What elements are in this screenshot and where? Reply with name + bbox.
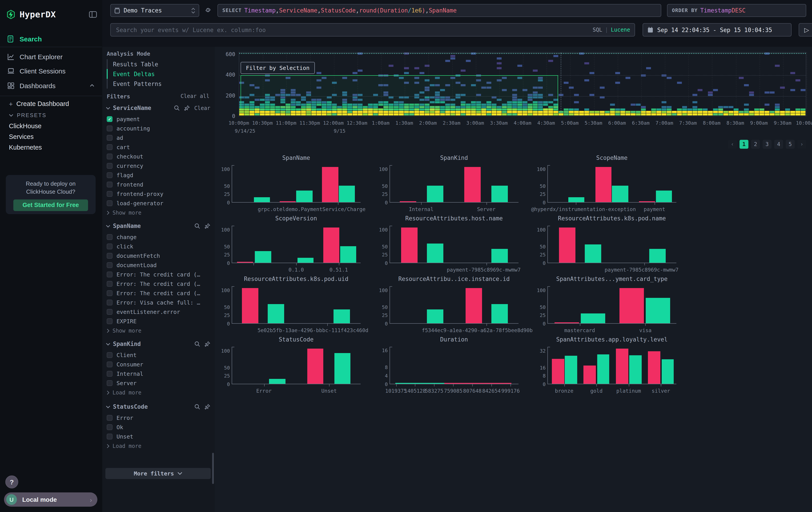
checkbox[interactable] [107, 361, 113, 367]
filter-option-documentfetch[interactable]: documentFetch [107, 251, 212, 261]
filter-option-client[interactable]: Client [107, 350, 212, 360]
checkbox[interactable] [107, 371, 113, 377]
filter-group-header-spankind[interactable]: SpanKind [106, 341, 210, 347]
filters-scrollbar[interactable] [212, 453, 214, 484]
pagination-prev[interactable]: ‹ [728, 140, 737, 149]
analysis-mode-event-patterns[interactable]: Event Patterns [107, 79, 209, 89]
checkbox[interactable] [107, 200, 113, 206]
filter-group-header-servicename[interactable]: ServiceNameClear [106, 105, 210, 111]
pagination-page-5[interactable]: 5 [786, 140, 795, 149]
checkbox[interactable] [107, 253, 113, 259]
checkbox[interactable] [107, 244, 113, 249]
load-more-button[interactable]: Load more [107, 388, 141, 397]
filter-option-error[interactable]: Error [107, 413, 212, 423]
date-range-picker[interactable]: Sep 14 22:04:35 - Sep 15 10:04:35 [643, 23, 791, 36]
checkbox[interactable] [107, 163, 113, 169]
pin-icon[interactable] [205, 404, 210, 410]
analysis-mode-event-deltas[interactable]: Event Deltas [107, 69, 209, 79]
language-lucene[interactable]: Lucene [611, 27, 630, 33]
filter-option-change[interactable]: change [107, 233, 212, 242]
filter-option-currency[interactable]: currency [107, 161, 212, 170]
filter-option-error-the-credit-card-[interactable]: Error: The credit card (… [107, 279, 212, 289]
sidebar-item-dashboards[interactable]: Dashboards [0, 79, 102, 92]
search-icon[interactable] [174, 105, 180, 111]
search-icon[interactable] [194, 223, 200, 229]
sidebar-preset-clickhouse[interactable]: ClickHouse [0, 120, 102, 131]
filter-option-ok[interactable]: Ok [107, 423, 212, 432]
create-dashboard-button[interactable]: + Create Dashboard [0, 99, 102, 109]
filter-option-documentload[interactable]: documentLoad [107, 261, 212, 270]
filter-group-header-statuscode[interactable]: StatusCode [106, 403, 210, 410]
checkbox[interactable] [107, 272, 113, 277]
checkbox[interactable] [107, 172, 113, 178]
filter-option-checkout[interactable]: checkout [107, 152, 212, 161]
search-icon[interactable] [194, 404, 200, 410]
filter-option-unset[interactable]: Unset [107, 432, 212, 441]
pagination-page-2[interactable]: 2 [751, 140, 760, 149]
pagination-page-4[interactable]: 4 [774, 140, 783, 149]
checkbox[interactable] [107, 309, 113, 315]
checkbox[interactable] [107, 154, 113, 159]
local-mode-menu[interactable]: U Local mode › [4, 492, 97, 507]
filter-group-header-spanname[interactable]: SpanName [106, 223, 210, 229]
checkbox[interactable] [107, 380, 113, 386]
checkbox[interactable] [107, 424, 113, 430]
clear-all-filters-button[interactable]: Clear all [180, 93, 209, 100]
gear-icon[interactable] [205, 7, 211, 14]
checkbox[interactable] [107, 352, 113, 358]
sidebar-preset-services[interactable]: Services [0, 131, 102, 142]
get-started-button[interactable]: Get Started for Free [13, 199, 88, 211]
collapse-sidebar-icon[interactable] [89, 11, 97, 18]
show-more-button[interactable]: Show more [107, 208, 141, 217]
filter-option-cart[interactable]: cart [107, 142, 212, 152]
sidebar-item-client-sessions[interactable]: Client Sessions [0, 64, 102, 78]
language-toggle[interactable]: SQL|Lucene [592, 27, 630, 33]
help-button[interactable]: ? [5, 476, 18, 488]
checkbox[interactable] [107, 191, 113, 197]
more-filters-button[interactable]: More filters [106, 468, 211, 479]
clear-group-button[interactable]: Clear [194, 105, 210, 111]
heatmap-selection-rect[interactable] [240, 75, 558, 109]
checkbox[interactable] [107, 262, 113, 268]
presets-header[interactable]: PRESETS [0, 110, 102, 120]
filter-option-load-generator[interactable]: load-generator [107, 198, 212, 208]
search-icon[interactable] [194, 341, 200, 347]
pin-icon[interactable] [184, 105, 190, 111]
filter-option-ad[interactable]: ad [107, 133, 212, 142]
filter-option-frontend-proxy[interactable]: frontend-proxy [107, 189, 212, 198]
filter-option-error-the-credit-card-[interactable]: Error: The credit card (… [107, 270, 212, 279]
checkbox[interactable] [107, 434, 113, 439]
filter-option-error-visa-cache-full-[interactable]: Error: Visa cache full: … [107, 298, 212, 307]
filter-option-internal[interactable]: Internal [107, 369, 212, 378]
filter-option-error-the-credit-card-[interactable]: Error: The credit card (… [107, 289, 212, 298]
checkbox[interactable] [107, 300, 113, 305]
language-sql[interactable]: SQL [592, 27, 602, 33]
sidebar-item-search[interactable]: Search [0, 32, 102, 46]
filter-option-consumer[interactable]: Consumer [107, 360, 212, 369]
filter-option-accounting[interactable]: accounting [107, 124, 212, 133]
pagination-page-3[interactable]: 3 [763, 140, 772, 149]
pin-icon[interactable] [205, 341, 210, 347]
filter-option-flagd[interactable]: flagd [107, 170, 212, 180]
checkbox[interactable] [107, 290, 113, 296]
checkbox[interactable] [107, 281, 113, 287]
orderby-clause-input[interactable]: ORDER BYTimestamp DESC [667, 4, 806, 17]
pagination-page-1[interactable]: 1 [740, 140, 748, 149]
checkbox[interactable] [107, 415, 113, 421]
filter-option-server[interactable]: Server [107, 378, 212, 388]
search-input[interactable] [115, 26, 592, 34]
checkbox[interactable] [107, 182, 113, 187]
checkbox[interactable] [107, 234, 113, 240]
load-more-button[interactable]: Load more [107, 442, 141, 451]
filter-option-frontend[interactable]: frontend [107, 180, 212, 189]
sidebar-item-chart-explorer[interactable]: Chart Explorer [0, 50, 102, 63]
filter-option-eventlistener-error[interactable]: eventListener.error [107, 307, 212, 317]
checkbox[interactable] [107, 144, 113, 150]
checkbox[interactable] [107, 126, 113, 131]
checkbox[interactable] [107, 318, 113, 324]
run-query-button[interactable]: ▷ [799, 23, 812, 36]
sidebar-preset-kubernetes[interactable]: Kubernetes [0, 142, 102, 153]
pin-icon[interactable] [205, 223, 210, 229]
filter-option-click[interactable]: click [107, 242, 212, 251]
checkbox[interactable] [107, 135, 113, 141]
